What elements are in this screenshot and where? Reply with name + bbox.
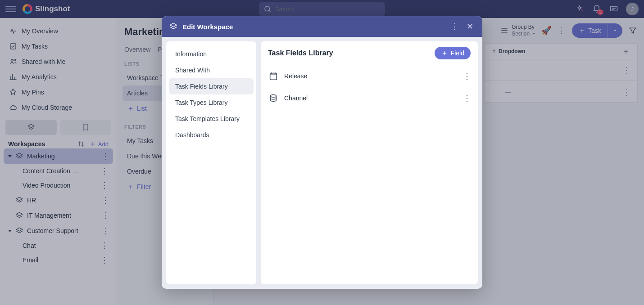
modal-content: Task Fields Library ＋Field Release ⋮ Cha…	[261, 41, 478, 284]
modal-title: Edit Workspace	[182, 23, 233, 31]
side-information[interactable]: Information	[169, 46, 254, 62]
modal-overlay[interactable]: Edit Workspace ⋮ ✕ Information Shared Wi…	[0, 0, 644, 305]
side-task-types-library[interactable]: Task Types Library	[169, 94, 254, 111]
side-task-fields-library[interactable]: Task Fields Library	[169, 78, 254, 94]
add-field-button[interactable]: ＋Field	[435, 47, 471, 59]
side-shared-with[interactable]: Shared With	[169, 62, 254, 78]
side-task-templates-library[interactable]: Task Templates Library	[169, 111, 254, 127]
field-channel[interactable]: Channel ⋮	[261, 87, 478, 109]
svg-rect-6	[270, 73, 277, 80]
field-release[interactable]: Release ⋮	[261, 65, 478, 87]
calendar-icon	[268, 71, 279, 81]
svg-point-7	[271, 95, 277, 98]
layers-icon	[169, 22, 178, 31]
modal-more-icon[interactable]: ⋮	[449, 22, 460, 31]
side-dashboards[interactable]: Dashboards	[169, 127, 254, 143]
content-title: Task Fields Library	[268, 49, 333, 57]
channel-icon	[268, 93, 279, 103]
modal-side-nav: Information Shared With Task Fields Libr…	[166, 41, 256, 284]
close-icon[interactable]: ✕	[464, 22, 475, 31]
edit-workspace-modal: Edit Workspace ⋮ ✕ Information Shared Wi…	[162, 16, 482, 289]
field-more-icon[interactable]: ⋮	[463, 95, 471, 101]
field-more-icon[interactable]: ⋮	[463, 73, 471, 79]
